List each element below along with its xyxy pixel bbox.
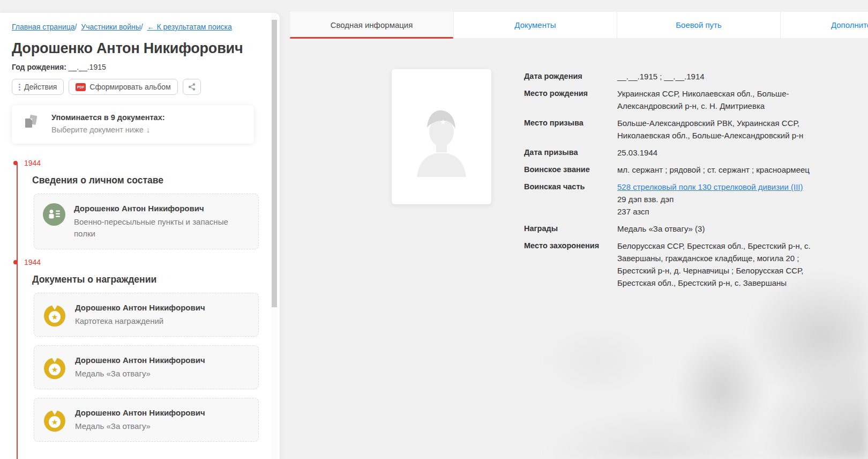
timeline-year: 1944 [12, 159, 258, 167]
document-card-subtitle: Картотека награждений [75, 315, 205, 327]
breadcrumb-home-link[interactable]: Главная страница [12, 23, 75, 31]
create-album-label: Сформировать альбом [89, 83, 170, 91]
svg-text:★: ★ [440, 118, 446, 126]
field-label: Дата рождения [524, 70, 617, 83]
document-card-title: Дорошенко Антон Никифорович [74, 203, 235, 214]
personnel-record-icon [43, 203, 65, 226]
birth-year-value: __.__.1915 [69, 63, 106, 71]
document-card-subtitle: Медаль «За отвагу» [75, 420, 205, 432]
create-album-button[interactable]: PDF Сформировать альбом [69, 79, 177, 95]
breadcrumb: Главная страница/ Участники войны/ ← К р… [12, 21, 258, 32]
down-arrow-icon: ↓ [146, 125, 150, 134]
summary-row-birth-place: Место рождения Украинская ССР, Николаевс… [524, 87, 816, 112]
document-card-text: Дорошенко Антон Никифорович Военно-перес… [74, 203, 235, 240]
share-icon [188, 83, 196, 91]
actions-button[interactable]: Действия [12, 79, 64, 95]
pamyat-naroda-person-page: { "breadcrumb": { "separator": "/", "ite… [0, 0, 868, 459]
military-unit-link[interactable]: 528 стрелковый полк 130 стрелковой дивиз… [617, 182, 803, 191]
breadcrumb-separator: / [75, 23, 77, 31]
field-value: Медаль «За отвагу» (3) [617, 223, 705, 235]
tab-additional-info[interactable]: Дополнительная [780, 12, 868, 38]
svg-text:★: ★ [51, 365, 58, 374]
summary-row-conscription-place: Место призыва Больше-Александровский РВК… [524, 117, 816, 142]
summary-row-birth-date: Дата рождения __.__.1915 ; __.__.1914 [524, 70, 816, 83]
action-buttons-row: Действия PDF Сформировать альбом [12, 79, 258, 95]
page-title: Дорошенко Антон Никифорович [12, 40, 258, 57]
pdf-icon: PDF [76, 83, 86, 91]
soldier-photo-placeholder: ★ [392, 69, 491, 204]
document-card-subtitle: Медаль «За отвагу» [75, 368, 205, 380]
share-button[interactable] [183, 79, 201, 95]
mentions-subtitle: Выберите документ ниже↓ [51, 125, 165, 134]
breadcrumb-war-participants-link[interactable]: Участники войны [81, 23, 140, 31]
tab-documents[interactable]: Документы [453, 12, 617, 38]
birth-year-label: Год рождения: [12, 63, 66, 71]
timeline-line [17, 163, 18, 459]
timeline-dot-icon [13, 161, 18, 165]
document-card-medal-bravery[interactable]: ★ Дорошенко Антон Никифорович Медаль «За… [34, 345, 259, 389]
summary-row-conscription-date: Дата призыва 25.03.1944 [524, 146, 816, 159]
field-label: Воинское звание [524, 164, 617, 176]
soldier-silhouette-icon: ★ [409, 97, 474, 177]
field-value: 528 стрелковый полк 130 стрелковой дивиз… [617, 181, 803, 218]
document-card-award-index[interactable]: ★ Дорошенко Антон Никифорович Картотека … [34, 293, 259, 337]
summary-row-burial-place: Место захоронения Белорусская ССР, Брест… [524, 240, 816, 289]
tab-combat-path[interactable]: Боевой путь [617, 12, 780, 38]
summary-row-awards: Награды Медаль «За отвагу» (3) [524, 223, 816, 235]
document-card-subtitle: Военно-пересыльные пункты и запасные пол… [74, 216, 235, 240]
mentions-text: Упоминается в 9 документах: Выберите док… [51, 113, 165, 134]
document-card-title: Дорошенко Антон Никифорович [75, 408, 205, 418]
field-value: Больше-Александровский РВК, Украинская С… [617, 117, 813, 142]
timeline-group-personnel: 1944 Сведения о личном составе Дорошенко… [12, 159, 258, 249]
field-value: Украинская ССР, Николаевская обл., Больш… [617, 87, 813, 112]
field-value: __.__.1915 ; __.__.1914 [617, 70, 705, 83]
vertical-dots-icon [19, 84, 20, 91]
field-value: мл. сержант ; рядовой ; ст. сержант ; кр… [617, 164, 810, 176]
actions-button-label: Действия [24, 83, 57, 91]
timeline-heading: Сведения о личном составе [32, 175, 258, 186]
summary-row-military-rank: Воинское звание мл. сержант ; рядовой ; … [524, 164, 816, 176]
field-label: Место призыва [524, 117, 617, 142]
document-card-text: Дорошенко Антон Никифорович Картотека на… [75, 302, 205, 327]
medal-icon: ★ [43, 302, 66, 327]
breadcrumb-separator: / [141, 23, 143, 31]
field-value: 25.03.1944 [617, 146, 657, 159]
military-unit-extra: 237 азсп [617, 205, 803, 218]
field-label: Место рождения [524, 87, 617, 112]
document-card-text: Дорошенко Антон Никифорович Медаль «За о… [75, 408, 205, 432]
document-card-personnel[interactable]: Дорошенко Антон Никифорович Военно-перес… [34, 194, 259, 249]
timeline-group-awards: 1944 Документы о награждении ★ Дорошенко… [12, 258, 258, 442]
military-unit-extra: 29 дэп взв. дэп [617, 193, 803, 205]
sidebar-scrollbar-thumb[interactable] [272, 20, 277, 307]
birth-year-line: Год рождения: __.__.1915 [12, 63, 258, 71]
timeline-year: 1944 [12, 258, 258, 266]
medal-icon: ★ [43, 408, 66, 432]
svg-text:★: ★ [51, 418, 58, 426]
mentions-box: Упоминается в 9 документах: Выберите док… [12, 105, 254, 144]
documents-timeline: 1944 Сведения о личном составе Дорошенко… [12, 159, 258, 459]
profile-tabs: Сводная информация Документы Боевой путь… [290, 12, 868, 38]
field-label: Место захоронения [524, 240, 617, 289]
field-value: Белорусская ССР, Брестская обл., Брестск… [617, 240, 813, 289]
documents-icon [21, 113, 40, 131]
svg-text:★: ★ [51, 313, 58, 321]
summary-row-military-unit: Воинская часть 528 стрелковый полк 130 с… [524, 181, 816, 218]
document-card-text: Дорошенко Антон Никифорович Медаль «За о… [75, 355, 205, 380]
document-card-title: Дорошенко Антон Никифорович [75, 302, 205, 313]
field-label: Дата призыва [524, 146, 617, 159]
document-card-title: Дорошенко Антон Никифорович [75, 355, 205, 366]
breadcrumb-back-to-results-link[interactable]: ← К результатам поиска [147, 23, 232, 31]
summary-details: Дата рождения __.__.1915 ; __.__.1914 Ме… [524, 70, 816, 294]
person-sidebar: Главная страница/ Участники войны/ ← К р… [0, 13, 280, 459]
timeline-dot-icon [13, 260, 18, 264]
medal-icon: ★ [43, 355, 66, 380]
tab-summary-info[interactable]: Сводная информация [290, 12, 453, 38]
field-label: Воинская часть [524, 181, 617, 218]
document-card-medal-bravery[interactable]: ★ Дорошенко Антон Никифорович Медаль «За… [34, 398, 259, 442]
timeline-heading: Документы о награждении [32, 274, 258, 285]
field-label: Награды [524, 223, 617, 235]
mentions-title: Упоминается в 9 документах: [51, 113, 165, 122]
